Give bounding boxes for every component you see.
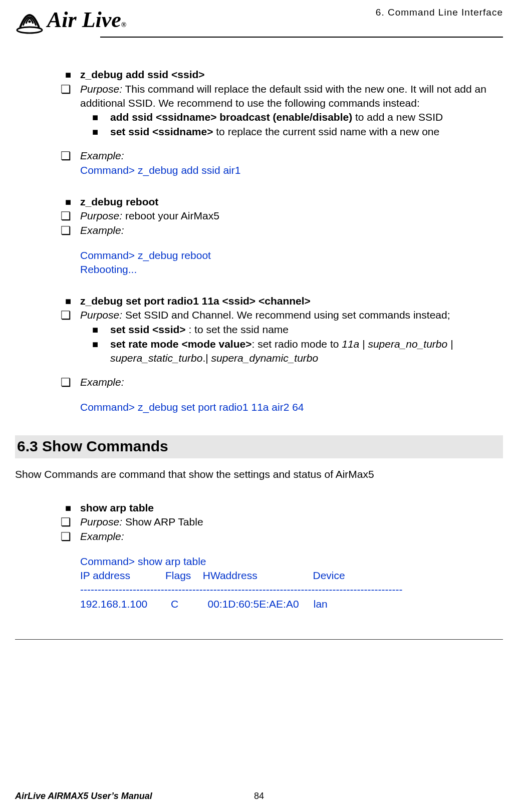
sub-item: ■ set ssid <ssidname> to replace the cur… (80, 125, 503, 139)
logo: Air Live® (15, 5, 126, 35)
command-title-row: ■ z_debug set port radio1 11a <ssid> <ch… (15, 294, 503, 308)
purpose-row: ❏ Purpose: Show ARP Table (15, 515, 503, 529)
sub-item-bold: add ssid <ssidname> broadcast (enable/di… (110, 111, 352, 123)
purpose-text: Purpose: Show ARP Table (80, 515, 503, 529)
bullet-hollow-square-icon: ❏ (61, 515, 71, 528)
sub-item-rest: to add a new SSID (352, 111, 443, 123)
purpose-row: ❏ Purpose: reboot your AirMax5 (15, 209, 503, 223)
bullet-hollow-square-icon: ❏ (61, 309, 71, 322)
header-bar: Air Live® 6. Command Line Interface (15, 5, 503, 35)
footer: AirLive AIRMAX5 User’s Manual 84 . (15, 790, 503, 802)
sub-item-ital-b: supera_dynamic_turbo (211, 352, 319, 364)
bullet-hollow-square-icon: ❏ (61, 224, 71, 237)
section-heading: 6.3 Show Commands (15, 435, 503, 459)
purpose-label: Purpose: (80, 83, 122, 95)
svg-point-0 (17, 27, 42, 33)
sub-item-text: set ssid <ssid> : to set the ssid name (110, 323, 503, 337)
example-output-line: 192.168.1.100 C 00:1D:60:5E:AE:A0 lan (15, 597, 503, 611)
sub-item-rest: : to set the ssid name (186, 324, 289, 335)
command-title: show arp table (80, 501, 503, 515)
command-title: z_debug reboot (80, 195, 503, 209)
command-block-z-debug-add-ssid: ■ z_debug add ssid <ssid> ❏ Purpose: Thi… (15, 68, 503, 177)
example-label: Example: (80, 375, 503, 390)
sub-list: ■ set ssid <ssid> : to set the ssid name… (15, 323, 503, 365)
footer-rule (15, 639, 503, 640)
sub-item-text: add ssid <ssidname> broadcast (enable/di… (110, 110, 503, 124)
sub-item: ■ add ssid <ssidname> broadcast (enable/… (80, 110, 503, 124)
bullet-square-icon: ■ (65, 69, 71, 80)
purpose-label: Purpose: (80, 309, 122, 321)
purpose-body: This command will replace the default ss… (80, 83, 486, 109)
sub-item: ■ set rate mode <mode value>: set radio … (80, 337, 503, 366)
bullet-square-icon: ■ (92, 126, 98, 137)
purpose-body: Set SSID and Channel. We recommend using… (122, 309, 450, 321)
footer-page-number: 84 (15, 790, 503, 802)
command-block-z-debug-set-port: ■ z_debug set port radio1 11a <ssid> <ch… (15, 294, 503, 414)
example-label: Example: (80, 529, 503, 544)
page: Air Live® 6. Command Line Interface ■ z_… (0, 0, 518, 812)
sub-item-rest-b: .| (202, 352, 211, 364)
bullet-square-icon: ■ (65, 196, 71, 207)
logo-registered-icon: ® (121, 21, 126, 30)
example-output-line: IP address Flags HWaddress Device (15, 569, 503, 583)
bullet-hollow-square-icon: ❏ (61, 83, 71, 96)
bullet-square-icon: ■ (92, 339, 98, 350)
command-title-row: ■ z_debug add ssid <ssid> (15, 68, 503, 82)
purpose-row: ❏ Purpose: This command will replace the… (15, 82, 503, 111)
sub-item-bold: set rate mode <mode value> (110, 338, 251, 350)
example-label: Example: (80, 223, 503, 238)
command-block-show-arp-table: ■ show arp table ❏ Purpose: Show ARP Tab… (15, 501, 503, 611)
example-row: ❏ Example: (15, 529, 503, 544)
bullet-square-icon: ■ (92, 324, 98, 335)
svg-point-1 (28, 20, 31, 23)
example-row: ❏ Example: (15, 149, 503, 163)
bullet-hollow-square-icon: ❏ (61, 149, 71, 162)
purpose-text: Purpose: reboot your AirMax5 (80, 209, 503, 223)
sub-item-bold: set ssid <ssidname> (110, 126, 213, 137)
example-output-line: Rebooting... (15, 262, 503, 277)
chapter-label: 6. Command Line Interface (376, 5, 503, 19)
content: ■ z_debug add ssid <ssid> ❏ Purpose: Thi… (15, 38, 503, 611)
command-title: z_debug add ssid <ssid> (80, 68, 503, 82)
example-row: ❏ Example: (15, 375, 503, 390)
sub-item-rest-a: : set radio mode to (251, 338, 342, 350)
purpose-text: Purpose: This command will replace the d… (80, 82, 503, 111)
logo-text: Air Live® (47, 5, 126, 35)
bullet-square-icon: ■ (65, 296, 71, 307)
logo-wave-icon (15, 6, 44, 35)
logo-text-main: Air Live (47, 5, 121, 35)
example-row: ❏ Example: (15, 223, 503, 238)
bullet-hollow-square-icon: ❏ (61, 376, 71, 389)
example-output-line: Command> z_debug reboot (15, 248, 503, 262)
example-output-line: Command> show arp table (15, 555, 503, 569)
sub-item-rest: to replace the current ssid name with a … (213, 126, 439, 137)
sub-list: ■ add ssid <ssidname> broadcast (enable/… (15, 110, 503, 139)
command-block-z-debug-reboot: ■ z_debug reboot ❏ Purpose: reboot your … (15, 195, 503, 277)
sub-item-text: set ssid <ssidname> to replace the curre… (110, 125, 503, 139)
purpose-label: Purpose: (80, 210, 122, 221)
purpose-body: reboot your AirMax5 (122, 210, 219, 221)
bullet-square-icon: ■ (92, 112, 98, 123)
purpose-text: Purpose: Set SSID and Channel. We recomm… (80, 308, 503, 323)
sub-item-bold: set ssid <ssid> (110, 324, 186, 335)
example-output-divider: ----------------------------------------… (15, 583, 503, 597)
bullet-hollow-square-icon: ❏ (61, 209, 71, 222)
purpose-row: ❏ Purpose: Set SSID and Channel. We reco… (15, 308, 503, 323)
sub-item: ■ set ssid <ssid> : to set the ssid name (80, 323, 503, 337)
example-label: Example: (80, 149, 503, 163)
purpose-label: Purpose: (80, 516, 122, 527)
command-title: z_debug set port radio1 11a <ssid> <chan… (80, 294, 503, 308)
example-output: Command> z_debug add ssid air1 (15, 163, 503, 177)
example-output: Command> z_debug set port radio1 11a air… (15, 400, 503, 414)
bullet-square-icon: ■ (65, 502, 71, 513)
section-intro: Show Commands are command that show the … (15, 467, 503, 481)
command-title-row: ■ show arp table (15, 501, 503, 515)
purpose-body: Show ARP Table (122, 516, 203, 527)
sub-item-text: set rate mode <mode value>: set radio mo… (110, 337, 503, 366)
command-title-row: ■ z_debug reboot (15, 195, 503, 209)
bullet-hollow-square-icon: ❏ (61, 530, 71, 543)
